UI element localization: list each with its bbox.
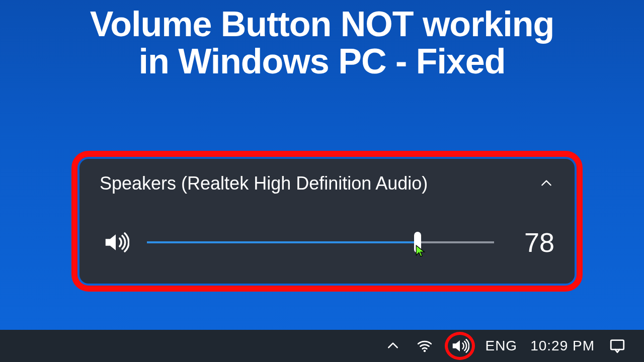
highlight-circle	[445, 332, 475, 360]
headline-line2: in Windows PC - Fixed	[139, 42, 506, 81]
flyout-header: Speakers (Realtek High Definition Audio)	[100, 173, 554, 194]
language-indicator[interactable]: ENG	[485, 330, 517, 362]
headline-text: Volume Button NOT working in Windows PC …	[20, 6, 624, 80]
volume-flyout: Speakers (Realtek High Definition Audio)	[79, 159, 575, 284]
expand-button[interactable]	[538, 175, 554, 192]
notification-icon	[609, 337, 626, 354]
speaker-icon	[102, 229, 129, 256]
slider-thumb[interactable]	[414, 232, 421, 253]
taskbar: ENG 10:29 PM	[0, 330, 644, 362]
svg-point-0	[424, 350, 426, 352]
chevron-up-icon	[386, 339, 399, 352]
svg-rect-1	[611, 340, 624, 349]
slider-track-fill	[147, 241, 418, 243]
network-tray-button[interactable]	[415, 330, 435, 362]
chevron-up-icon	[540, 177, 553, 190]
clock[interactable]: 10:29 PM	[530, 330, 595, 362]
highlight-box-flyout: Speakers (Realtek High Definition Audio)	[71, 151, 583, 292]
volume-tray-button[interactable]	[448, 330, 472, 362]
volume-value: 78	[509, 227, 554, 258]
wifi-icon	[416, 337, 433, 354]
tray-overflow-button[interactable]	[384, 330, 401, 362]
mute-toggle-button[interactable]	[100, 226, 132, 258]
headline-line1: Volume Button NOT working	[90, 5, 554, 44]
action-center-button[interactable]	[608, 330, 627, 362]
volume-slider[interactable]	[147, 232, 494, 252]
volume-slider-row: 78	[100, 226, 554, 258]
audio-device-name[interactable]: Speakers (Realtek High Definition Audio)	[100, 173, 428, 194]
